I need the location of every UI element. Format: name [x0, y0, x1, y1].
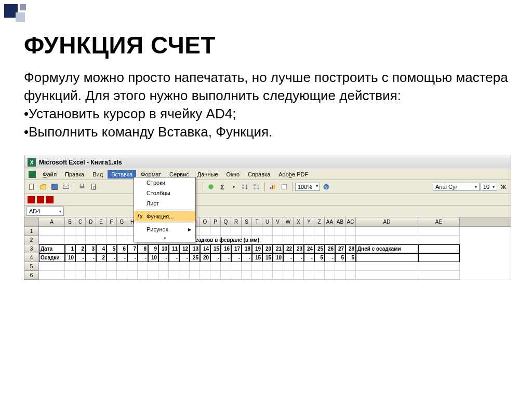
cell-AB6[interactable]: [335, 271, 345, 280]
cell-F1[interactable]: [107, 227, 117, 236]
cell-R1[interactable]: [231, 227, 242, 236]
cell-C6[interactable]: [75, 271, 86, 280]
pdf-icon[interactable]: [28, 196, 35, 203]
col-header-C[interactable]: C: [75, 217, 86, 226]
cell-D6[interactable]: [86, 271, 96, 280]
pdf-icon[interactable]: [37, 196, 44, 203]
col-header-S[interactable]: S: [242, 217, 252, 226]
cell-Z1[interactable]: [314, 227, 325, 236]
save-button[interactable]: [49, 182, 60, 192]
cell-M6[interactable]: [179, 271, 190, 280]
cell-E5[interactable]: [96, 262, 107, 271]
cell-AD6[interactable]: [356, 271, 418, 280]
cell-B4[interactable]: 10: [65, 253, 75, 262]
cell-H3[interactable]: 7: [127, 244, 138, 253]
col-header-G[interactable]: G: [117, 217, 127, 226]
autosum-button[interactable]: Σ: [217, 182, 228, 192]
cell-X5[interactable]: [294, 262, 304, 271]
cell-X3[interactable]: 23: [294, 244, 304, 253]
sort-asc-button[interactable]: AЯ: [240, 182, 250, 192]
cell-D2[interactable]: [86, 236, 96, 244]
cell-N6[interactable]: [190, 271, 200, 280]
col-header-AB[interactable]: AB: [335, 217, 345, 226]
link-button[interactable]: [206, 182, 216, 192]
cell-R6[interactable]: [231, 271, 242, 280]
cell-U4[interactable]: 15: [262, 253, 273, 262]
cell-L3[interactable]: 11: [169, 244, 179, 253]
cell-U3[interactable]: 20: [262, 244, 273, 253]
zoom-combo[interactable]: 100%: [295, 183, 320, 191]
cell-AB4[interactable]: 5: [335, 253, 345, 262]
fontsize-combo[interactable]: 10▾: [481, 183, 497, 191]
menu-file[interactable]: ФФайлайл: [39, 170, 60, 179]
cell-A3[interactable]: Дата: [39, 244, 65, 253]
cell-A6[interactable]: [39, 271, 65, 280]
cell-A2[interactable]: [39, 236, 65, 244]
col-header-U[interactable]: U: [262, 217, 273, 226]
col-header-Q[interactable]: Q: [221, 217, 231, 226]
menu-view[interactable]: Вид: [89, 170, 107, 179]
cell-X2[interactable]: [294, 236, 304, 244]
new-doc-button[interactable]: [26, 182, 37, 192]
cell-AA6[interactable]: [325, 271, 335, 280]
col-header-AD[interactable]: AD: [356, 217, 418, 226]
cell-AE6[interactable]: [418, 271, 460, 280]
cell-W5[interactable]: [283, 262, 294, 271]
cell-Q6[interactable]: [221, 271, 231, 280]
cell-O1[interactable]: [200, 227, 210, 236]
cell-Q3[interactable]: 16: [221, 244, 231, 253]
cell-M5[interactable]: [179, 262, 190, 271]
dropdown-expand-chevron[interactable]: ▾: [134, 235, 195, 242]
cell-AE2[interactable]: [418, 236, 460, 244]
dropdown-rows[interactable]: Строки: [134, 177, 195, 188]
cell-S3[interactable]: 18: [242, 244, 252, 253]
cell-W4[interactable]: -: [283, 253, 294, 262]
cell-Y2[interactable]: [304, 236, 314, 244]
col-header-Y[interactable]: Y: [304, 217, 314, 226]
cell-AC4[interactable]: 5: [345, 253, 356, 262]
cell-L4[interactable]: -: [169, 253, 179, 262]
cell-P6[interactable]: [210, 271, 221, 280]
cell-D3[interactable]: 3: [86, 244, 96, 253]
cell-C4[interactable]: -: [75, 253, 86, 262]
cell-Q4[interactable]: -: [221, 253, 231, 262]
cell-V1[interactable]: [273, 227, 283, 236]
cell-Y4[interactable]: -: [304, 253, 314, 262]
dropdown-function[interactable]: ƒx Функция...: [134, 211, 195, 222]
cell-G1[interactable]: [117, 227, 127, 236]
cell-AE1[interactable]: [418, 227, 460, 236]
cell-AC2[interactable]: [345, 236, 356, 244]
dropdown-arrow[interactable]: ▾: [229, 182, 239, 192]
cell-F3[interactable]: 5: [107, 244, 117, 253]
cell-T5[interactable]: [252, 262, 262, 271]
spreadsheet-grid[interactable]: ABCDEFGHIJKLMNOPQRSTUVWXYZAAABACADAE 12и…: [24, 217, 511, 280]
cell-U5[interactable]: [262, 262, 273, 271]
cell-S1[interactable]: [242, 227, 252, 236]
dropdown-picture[interactable]: Рисунок▶: [134, 224, 195, 235]
row-header-5[interactable]: 5: [24, 262, 39, 271]
cell-T6[interactable]: [252, 271, 262, 280]
cell-X4[interactable]: -: [294, 253, 304, 262]
cell-L6[interactable]: [169, 271, 179, 280]
cell-O4[interactable]: 20: [200, 253, 210, 262]
cell-AC6[interactable]: [345, 271, 356, 280]
menu-help[interactable]: Справка: [244, 170, 274, 179]
col-header-W[interactable]: W: [283, 217, 294, 226]
cell-J5[interactable]: [148, 262, 158, 271]
cell-Q5[interactable]: [221, 262, 231, 271]
drawing-button[interactable]: [279, 182, 289, 192]
cell-O5[interactable]: [200, 262, 210, 271]
cell-F6[interactable]: [107, 271, 117, 280]
menu-insert[interactable]: Вставка: [108, 170, 136, 179]
cell-J4[interactable]: 10: [148, 253, 158, 262]
cell-D5[interactable]: [86, 262, 96, 271]
cell-W3[interactable]: 22: [283, 244, 294, 253]
cell-O3[interactable]: 14: [200, 244, 210, 253]
cell-K6[interactable]: [158, 271, 169, 280]
font-combo[interactable]: Arial Cyr▾: [433, 183, 480, 191]
cell-AD3[interactable]: Дней с осадками: [356, 244, 418, 253]
cell-E4[interactable]: 2: [96, 253, 107, 262]
cell-R3[interactable]: 17: [231, 244, 242, 253]
cell-V5[interactable]: [273, 262, 283, 271]
cell-F5[interactable]: [107, 262, 117, 271]
